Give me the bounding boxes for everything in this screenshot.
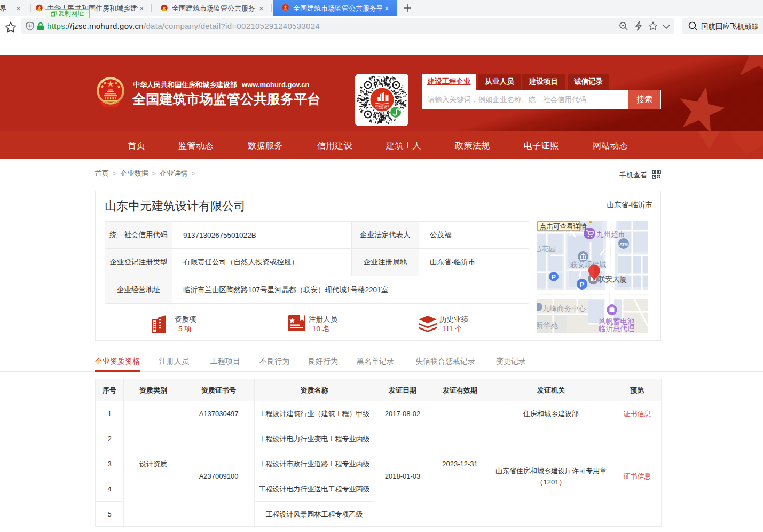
svg-text:临沂总代理: 临沂总代理: [599, 325, 635, 333]
svg-text:点击可查看详情: 点击可查看详情: [540, 223, 587, 230]
svg-text:新华苑: 新华苑: [537, 321, 558, 330]
svg-text:联安现代城: 联安现代城: [570, 261, 607, 269]
svg-text:ATM: ATM: [619, 242, 628, 247]
svg-text:联安大厦: 联安大厦: [598, 275, 627, 283]
svg-text:九州超市: 九州超市: [596, 230, 625, 238]
svg-text:九峰商务中心: 九峰商务中心: [542, 304, 586, 312]
svg-text:公共服务平台: 公共服务平台: [376, 107, 388, 109]
svg-text:己花园: 己花园: [537, 245, 556, 253]
svg-text:风帆蓄电池: 风帆蓄电池: [599, 317, 635, 325]
svg-text:P: P: [552, 273, 556, 281]
svg-text:全国建筑市场监管: 全国建筑市场监管: [375, 105, 390, 107]
svg-text:P: P: [580, 280, 585, 288]
